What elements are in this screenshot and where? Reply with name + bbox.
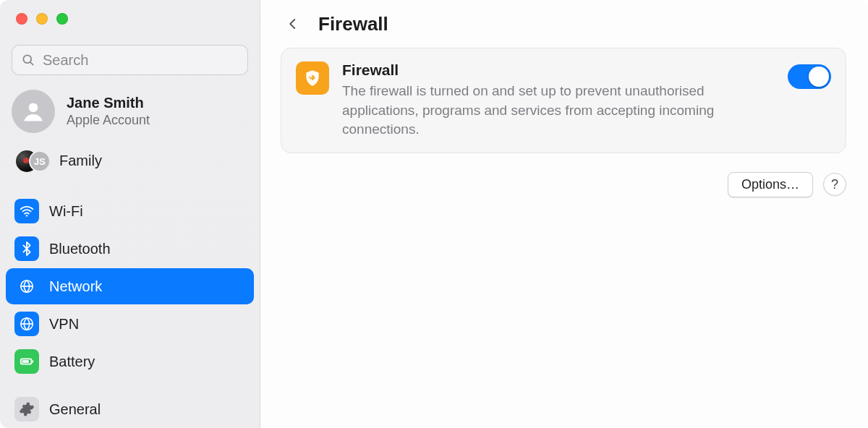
page-title: Firewall (318, 13, 388, 35)
account-row[interactable]: Jane Smith Apple Account (0, 85, 260, 143)
sidebar-item-label: Battery (49, 354, 95, 370)
sidebar-item-battery[interactable]: Battery (6, 343, 254, 380)
sidebar: Jane Smith Apple Account JS Family Wi-Fi (0, 0, 260, 428)
panel-actions: Options… ? (281, 172, 846, 197)
svg-line-1 (30, 62, 33, 65)
firewall-toggle[interactable] (788, 64, 831, 89)
wifi-icon (14, 199, 39, 223)
sidebar-item-vpn[interactable]: VPN (6, 306, 254, 342)
account-name: Jane Smith (67, 95, 150, 111)
sidebar-item-network[interactable]: Network (6, 268, 254, 304)
system-settings-window: Jane Smith Apple Account JS Family Wi-Fi (0, 0, 868, 428)
toggle-knob (809, 67, 829, 87)
chevron-left-icon (286, 14, 299, 34)
person-icon (20, 98, 46, 124)
firewall-shield-icon (296, 61, 329, 95)
vpn-icon (14, 312, 39, 336)
search-icon (21, 53, 35, 67)
options-button[interactable]: Options… (728, 172, 813, 197)
firewall-panel-description: The firewall is turned on and set up to … (342, 82, 715, 140)
search-field[interactable] (12, 45, 248, 75)
window-controls (0, 0, 260, 29)
main-content: Firewall Firewall The firewall is turned… (260, 0, 868, 428)
firewall-panel-text: Firewall The firewall is turned on and s… (342, 61, 831, 140)
sidebar-item-label: Wi-Fi (49, 203, 83, 220)
globe-icon (14, 274, 39, 299)
account-text: Jane Smith Apple Account (67, 95, 150, 128)
sidebar-item-family[interactable]: JS Family (0, 143, 260, 182)
family-avatars: JS (14, 147, 49, 174)
firewall-panel: Firewall The firewall is turned on and s… (281, 48, 846, 153)
firewall-panel-title: Firewall (342, 61, 715, 79)
sidebar-list: Wi-Fi Bluetooth Networ (0, 192, 260, 428)
battery-icon (14, 349, 39, 374)
sidebar-item-general[interactable]: General (6, 391, 254, 427)
svg-rect-8 (22, 360, 29, 363)
svg-point-3 (26, 215, 27, 216)
sidebar-item-wifi[interactable]: Wi-Fi (6, 193, 254, 229)
sidebar-item-label: General (49, 401, 101, 418)
close-window-button[interactable] (16, 13, 27, 25)
family-label: Family (59, 153, 102, 169)
avatar (12, 90, 55, 133)
sidebar-item-bluetooth[interactable]: Bluetooth (6, 231, 254, 267)
svg-point-2 (29, 103, 38, 112)
search-container (0, 29, 260, 85)
sidebar-item-label: VPN (49, 316, 79, 333)
account-subtitle: Apple Account (67, 113, 150, 128)
sidebar-item-label: Network (49, 278, 102, 295)
sidebar-item-label: Bluetooth (49, 241, 111, 257)
search-input[interactable] (43, 52, 239, 69)
content-header: Firewall (281, 4, 846, 48)
back-button[interactable] (281, 12, 305, 36)
svg-rect-7 (32, 360, 33, 363)
family-member-avatar-2: JS (29, 150, 51, 172)
minimize-window-button[interactable] (36, 13, 48, 25)
gear-icon (14, 397, 39, 421)
help-button[interactable]: ? (823, 173, 846, 196)
zoom-window-button[interactable] (56, 13, 68, 25)
bluetooth-icon (14, 236, 39, 261)
